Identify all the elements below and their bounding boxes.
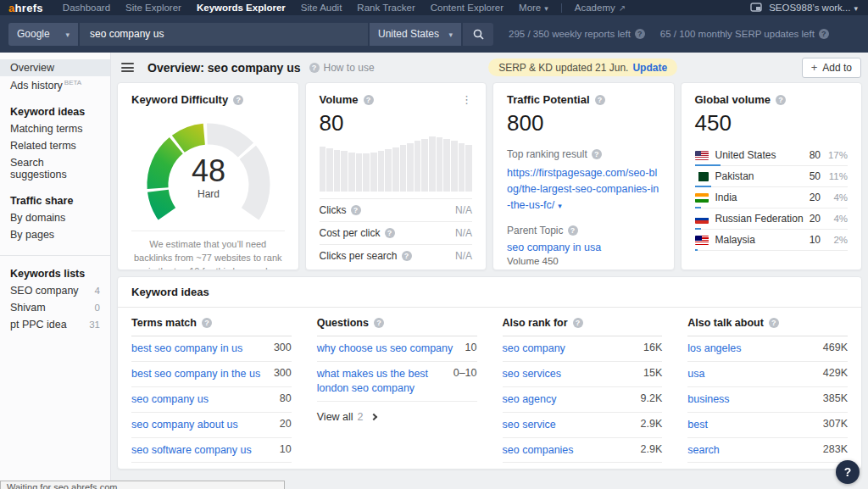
- stat-row-clicks: ClicksN/A: [320, 198, 473, 221]
- add-to-button[interactable]: + Add to: [802, 58, 861, 78]
- keyword-difficulty-card: Keyword Difficulty 48 Hard We estimate t…: [117, 82, 299, 270]
- help-icon[interactable]: [402, 251, 412, 261]
- sidebar-item-search-suggestions[interactable]: Search suggestions: [0, 154, 110, 183]
- keyword-link[interactable]: best: [687, 418, 708, 432]
- keyword-volume: 469K: [816, 342, 848, 353]
- sidebar-section-keyword-ideas: Keyword ideas: [0, 103, 110, 120]
- help-icon[interactable]: [776, 95, 786, 105]
- workspace-switcher[interactable]: SEOS988’s work...: [769, 3, 858, 13]
- parent-topic-link[interactable]: seo company in usa: [507, 242, 660, 253]
- help-icon[interactable]: [568, 225, 578, 236]
- nav-item-keywords-explorer[interactable]: Keywords Explorer: [189, 3, 293, 13]
- help-icon[interactable]: [769, 318, 779, 328]
- help-icon[interactable]: [595, 95, 605, 105]
- help-fab-button[interactable]: ?: [836, 460, 860, 484]
- view-all-link[interactable]: View all2: [317, 402, 477, 423]
- keyword-link[interactable]: seo service: [503, 418, 556, 432]
- keyword-link[interactable]: seo company about us: [131, 418, 238, 432]
- keyword-link[interactable]: los angeles: [687, 342, 741, 356]
- volume-bar: [392, 147, 399, 192]
- main-nav-items: DashboardSite ExplorerKeywords ExplorerS…: [55, 3, 633, 13]
- keyword-link[interactable]: seo software company us: [131, 443, 252, 458]
- country-select[interactable]: United States: [370, 23, 461, 46]
- workspace-icon[interactable]: [750, 3, 762, 13]
- keyword-link[interactable]: usa: [687, 367, 704, 381]
- help-icon[interactable]: [202, 318, 212, 328]
- nav-item-rank-tracker[interactable]: Rank Tracker: [349, 3, 422, 13]
- volume-bar: [407, 143, 414, 192]
- keyword-link[interactable]: best seo company in the us: [131, 367, 260, 381]
- keyword-link[interactable]: why choose us seo company: [317, 342, 453, 356]
- keyword-link[interactable]: what makes us the best london seo compan…: [317, 367, 447, 396]
- top-ranking-result-link[interactable]: https://firstpagesage.com/seo-blog/the-l…: [507, 165, 660, 213]
- keyword-link[interactable]: seo services: [503, 367, 561, 381]
- keyword-link[interactable]: best seo company in us: [131, 342, 242, 356]
- menu-icon[interactable]: [121, 63, 134, 72]
- help-icon[interactable]: [635, 29, 645, 39]
- help-icon[interactable]: [351, 205, 361, 215]
- list-count: 0: [95, 303, 100, 313]
- keyword-row: best seo company in us300: [131, 336, 292, 362]
- nav-item-academy[interactable]: Academy: [567, 3, 633, 13]
- sidebar-item-seo-company[interactable]: SEO company4: [0, 282, 110, 299]
- keyword-link[interactable]: seo companies: [503, 443, 574, 458]
- keyword-search-input[interactable]: [80, 23, 368, 46]
- pk-flag-icon: [695, 172, 709, 181]
- chevron-down-icon: [442, 28, 453, 40]
- keyword-volume: 300: [267, 367, 292, 379]
- sidebar-item-related-terms[interactable]: Related terms: [0, 137, 110, 154]
- sidebar-item-by-domains[interactable]: By domains: [0, 209, 110, 226]
- kebab-menu-icon[interactable]: [461, 96, 472, 104]
- view-all-link[interactable]: View all150: [687, 463, 848, 470]
- country-volume: 20: [810, 213, 821, 225]
- keyword-link[interactable]: search: [687, 443, 720, 458]
- help-icon[interactable]: [364, 95, 374, 105]
- help-icon[interactable]: [592, 149, 602, 159]
- keyword-volume: 2.9K: [634, 418, 663, 430]
- how-to-use[interactable]: How to use: [309, 62, 375, 74]
- sidebar-item-pt-ppc-idea[interactable]: pt PPC idea31: [0, 316, 110, 333]
- difficulty-label: Hard: [131, 188, 286, 200]
- search-engine-select[interactable]: Google: [8, 23, 78, 46]
- help-icon[interactable]: [819, 29, 829, 39]
- volume-value: 80: [320, 110, 473, 136]
- country-volume: 80: [810, 149, 821, 161]
- browser-status-tooltip: Waiting for seo.ahrefs.com...: [0, 481, 285, 489]
- sidebar-item-shivam[interactable]: Shivam0: [0, 299, 110, 316]
- logo-rest: hrefs: [15, 2, 43, 14]
- nav-item-site-explorer[interactable]: Site Explorer: [118, 3, 189, 13]
- view-all-link[interactable]: View all1,149: [503, 463, 663, 470]
- country-name: United States: [715, 149, 776, 161]
- keyword-link[interactable]: business: [687, 392, 729, 407]
- update-link[interactable]: Update: [632, 62, 667, 74]
- nav-item-dashboard[interactable]: Dashboard: [55, 3, 118, 13]
- keyword-row: los angeles469K: [687, 336, 848, 362]
- view-all-link[interactable]: View all30: [131, 463, 292, 470]
- sidebar-item-matching-terms[interactable]: Matching terms: [0, 120, 110, 137]
- sidebar-item-ads-history[interactable]: Ads historyBETA: [0, 76, 110, 94]
- keyword-link[interactable]: seo company: [503, 342, 565, 356]
- sidebar-item-overview[interactable]: Overview: [0, 59, 110, 76]
- keyword-link[interactable]: seo agency: [503, 392, 557, 407]
- volume-bar: [421, 139, 428, 192]
- nav-item-more[interactable]: More: [511, 3, 556, 13]
- chevron-right-icon: [370, 413, 376, 420]
- keyword-row: seo services15K: [503, 362, 663, 387]
- help-icon[interactable]: [385, 228, 395, 238]
- volume-bar: [415, 141, 421, 192]
- keyword-link[interactable]: seo company us: [131, 392, 209, 407]
- nav-item-site-audit[interactable]: Site Audit: [293, 3, 350, 13]
- help-icon[interactable]: [374, 318, 384, 328]
- volume-bar: [459, 143, 465, 192]
- in-flag-icon: [695, 193, 709, 203]
- country-name: India: [715, 192, 737, 203]
- help-icon[interactable]: [233, 95, 243, 105]
- global-volume-value: 450: [695, 110, 849, 136]
- help-icon[interactable]: [573, 318, 583, 328]
- search-button[interactable]: [463, 23, 493, 46]
- view-all-count: 2: [358, 411, 364, 423]
- nav-item-content-explorer[interactable]: Content Explorer: [423, 3, 511, 13]
- sidebar-item-by-pages[interactable]: By pages: [0, 226, 110, 243]
- ahrefs-logo[interactable]: ahrefs: [8, 2, 43, 14]
- keyword-ideas-grid: Terms matchbest seo company in us300best…: [118, 308, 861, 470]
